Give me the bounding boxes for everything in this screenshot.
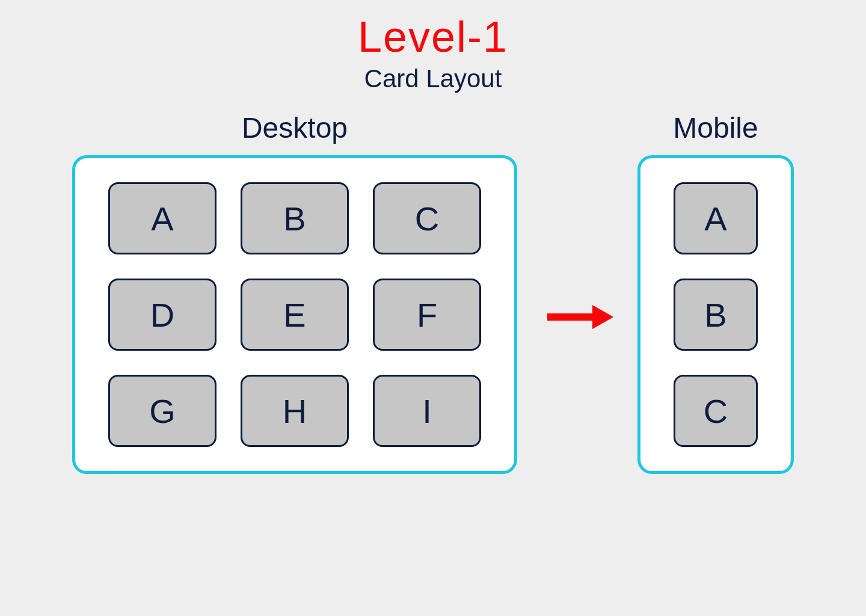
- mobile-card-b: B: [674, 279, 758, 351]
- svg-marker-1: [592, 305, 613, 329]
- card-f: F: [373, 279, 481, 351]
- page-subtitle: Card Layout: [24, 64, 842, 93]
- card-b: B: [241, 182, 349, 254]
- mobile-grid: A B C: [674, 182, 758, 447]
- page-title: Level-1: [24, 12, 842, 61]
- arrow-icon: [541, 299, 613, 335]
- card-c: C: [373, 182, 481, 254]
- card-g: G: [108, 375, 216, 447]
- mobile-section: Mobile A B C: [637, 111, 794, 474]
- mobile-frame: A B C: [637, 155, 794, 474]
- mobile-card-a: A: [674, 182, 758, 254]
- card-a: A: [108, 182, 216, 254]
- mobile-label: Mobile: [673, 111, 758, 144]
- layouts-container: Desktop A B C D E F G H I Mobile A: [24, 111, 842, 474]
- mobile-card-c: C: [674, 375, 758, 447]
- desktop-frame: A B C D E F G H I: [72, 155, 517, 474]
- card-e: E: [241, 279, 349, 351]
- desktop-label: Desktop: [242, 111, 348, 144]
- desktop-grid: A B C D E F G H I: [108, 182, 481, 447]
- card-d: D: [108, 279, 216, 351]
- card-h: H: [241, 375, 349, 447]
- card-i: I: [373, 375, 481, 447]
- header: Level-1 Card Layout: [24, 12, 842, 93]
- desktop-section: Desktop A B C D E F G H I: [72, 111, 517, 474]
